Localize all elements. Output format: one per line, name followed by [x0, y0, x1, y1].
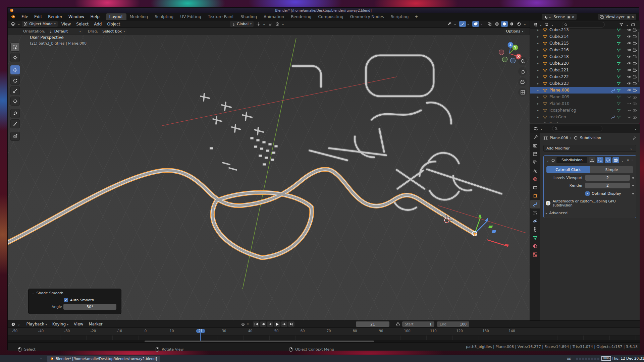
- timeline-scrollbar[interactable]: [145, 341, 374, 342]
- tab-compositing[interactable]: Compositing: [315, 13, 346, 20]
- new-viewlayer-icon[interactable]: ▣: [627, 15, 630, 19]
- outliner-row[interactable]: ▸Cube.216: [530, 47, 640, 53]
- animate-dot-icon[interactable]: [632, 185, 634, 186]
- tool-select-box[interactable]: [10, 43, 20, 52]
- nav-zoom-button[interactable]: [518, 57, 527, 65]
- properties-options-chevron-icon[interactable]: ⌄: [634, 127, 637, 130]
- add-modifier-button[interactable]: Add Modifier ⌄: [543, 145, 636, 152]
- properties-tab-constraints[interactable]: [530, 225, 540, 234]
- outliner-row[interactable]: ▸Plane.008: [530, 87, 640, 94]
- mesh-object-icon[interactable]: [542, 68, 548, 73]
- tray-icon[interactable]: [591, 358, 593, 360]
- wrench-icon[interactable]: [610, 88, 616, 93]
- tray-icon[interactable]: [594, 358, 596, 360]
- timeline-menu-marker[interactable]: Marker: [86, 321, 105, 327]
- tab-modeling[interactable]: Modeling: [126, 13, 152, 20]
- camera-off-icon[interactable]: [632, 121, 638, 123]
- tray-icon[interactable]: [582, 358, 584, 360]
- expand-icon[interactable]: ▸: [537, 82, 542, 85]
- object-name[interactable]: Plane.010: [549, 101, 570, 106]
- eye-closed-icon[interactable]: [626, 108, 632, 113]
- object-name[interactable]: Cube.220: [549, 61, 569, 66]
- tool-rotate[interactable]: [10, 76, 20, 85]
- proportional-editing-icon[interactable]: [274, 21, 281, 27]
- menu-edit[interactable]: Edit: [31, 14, 45, 20]
- mesh-data-icon[interactable]: [616, 74, 622, 79]
- tab-sculpting[interactable]: Sculpting: [151, 13, 177, 20]
- nav-camera-button[interactable]: [518, 77, 527, 86]
- timeline-chevron-icon[interactable]: ⌄: [17, 322, 20, 326]
- object-name[interactable]: Cube.215: [549, 41, 569, 46]
- shading-chevron-icon[interactable]: ⌄: [524, 22, 526, 26]
- tab-layout[interactable]: Layout: [106, 13, 126, 20]
- camera-off-icon[interactable]: [632, 115, 638, 120]
- viewport-menu-object[interactable]: Object: [104, 21, 123, 27]
- outliner-row[interactable]: ▸Cube.218: [530, 53, 640, 60]
- auto-smooth-checkbox[interactable]: ✓: [64, 298, 68, 302]
- camera-on-icon[interactable]: [632, 88, 638, 93]
- display-mode-chevron-icon[interactable]: ⌄: [551, 23, 553, 26]
- tab-geometry-nodes[interactable]: Geometry Nodes: [347, 13, 387, 20]
- filter-chevron-icon[interactable]: ⌄: [626, 23, 629, 26]
- properties-tab-world[interactable]: [530, 175, 540, 183]
- mesh-object-icon[interactable]: [542, 54, 548, 59]
- timeline-menu-view[interactable]: View: [71, 321, 86, 327]
- modifier-close-icon[interactable]: ✕: [627, 159, 629, 162]
- wireframe-shading-icon[interactable]: [494, 21, 500, 27]
- outliner-row[interactable]: ▸Spot: [530, 120, 640, 123]
- orientation-dropdown[interactable]: Default▾: [48, 28, 83, 34]
- auto-key-record-icon[interactable]: [239, 321, 246, 327]
- play-button[interactable]: [274, 321, 280, 327]
- modifier-editmode-icon[interactable]: [597, 157, 603, 163]
- expand-icon[interactable]: ▸: [537, 42, 542, 45]
- options-dropdown[interactable]: Options▾: [504, 28, 525, 34]
- 3d-viewport[interactable]: Z Y X ⌄ Object Mode▾ ViewSelectAddObject: [8, 20, 530, 320]
- rendered-shading-icon[interactable]: [516, 21, 523, 27]
- solid-shading-icon[interactable]: [501, 21, 508, 27]
- new-scene-icon[interactable]: ▣: [567, 15, 570, 19]
- road-piece-library[interactable]: [201, 55, 501, 210]
- mesh-object-icon[interactable]: [542, 108, 548, 113]
- expand-icon[interactable]: ▸: [537, 69, 542, 72]
- outliner-row[interactable]: ▸Cube.213: [530, 26, 640, 33]
- render-levels-field[interactable]: 2: [585, 183, 630, 188]
- xray-toggle-icon[interactable]: [486, 21, 493, 27]
- tray-icon[interactable]: [597, 358, 599, 360]
- properties-tab-viewlayer[interactable]: [530, 158, 540, 167]
- properties-tab-tool[interactable]: [530, 133, 540, 141]
- mesh-object-icon[interactable]: [542, 88, 548, 93]
- mesh-data-icon[interactable]: [616, 54, 622, 59]
- magnet-icon[interactable]: [267, 21, 273, 27]
- editor-chevron-icon[interactable]: ⌄: [17, 22, 20, 26]
- mesh-data-icon[interactable]: [616, 81, 622, 86]
- mesh-object-icon[interactable]: [542, 41, 548, 46]
- animate-dot-icon[interactable]: [632, 193, 634, 194]
- advanced-section-toggle[interactable]: ▸ Advanced: [546, 211, 634, 215]
- properties-chevron-icon[interactable]: ⌄: [540, 127, 543, 130]
- current-frame-field[interactable]: 21: [356, 321, 389, 327]
- expand-icon[interactable]: ▸: [537, 89, 542, 92]
- outliner-row[interactable]: ▸Cube.220: [530, 60, 640, 67]
- collapse-chevron-icon[interactable]: ⌄: [32, 292, 35, 295]
- outliner-row[interactable]: ▸Cube.215: [530, 40, 640, 47]
- animate-dot-icon[interactable]: [632, 177, 634, 179]
- mesh-data-icon[interactable]: [616, 68, 622, 73]
- outliner-chevron-icon[interactable]: ⌄: [539, 23, 542, 26]
- jump-to-start-button[interactable]: [253, 321, 259, 327]
- tray-icon[interactable]: [576, 358, 578, 360]
- wrench-icon[interactable]: [610, 115, 616, 120]
- properties-tab-collection[interactable]: [530, 183, 540, 192]
- eye-open-icon[interactable]: [626, 81, 632, 86]
- eye-closed-icon[interactable]: [626, 95, 632, 100]
- expand-icon[interactable]: ▸: [537, 62, 542, 65]
- properties-tab-data[interactable]: [530, 234, 540, 242]
- snap-target-icon[interactable]: [255, 21, 262, 27]
- system-tray[interactable]: [576, 358, 599, 360]
- camera-on-icon[interactable]: [632, 48, 638, 53]
- next-keyframe-button[interactable]: [281, 321, 287, 327]
- eye-open-icon[interactable]: [626, 48, 632, 53]
- camera-on-icon[interactable]: [632, 74, 638, 79]
- menu-render[interactable]: Render: [45, 14, 65, 20]
- object-name[interactable]: Cube.221: [549, 68, 569, 72]
- tray-icon[interactable]: [588, 358, 590, 360]
